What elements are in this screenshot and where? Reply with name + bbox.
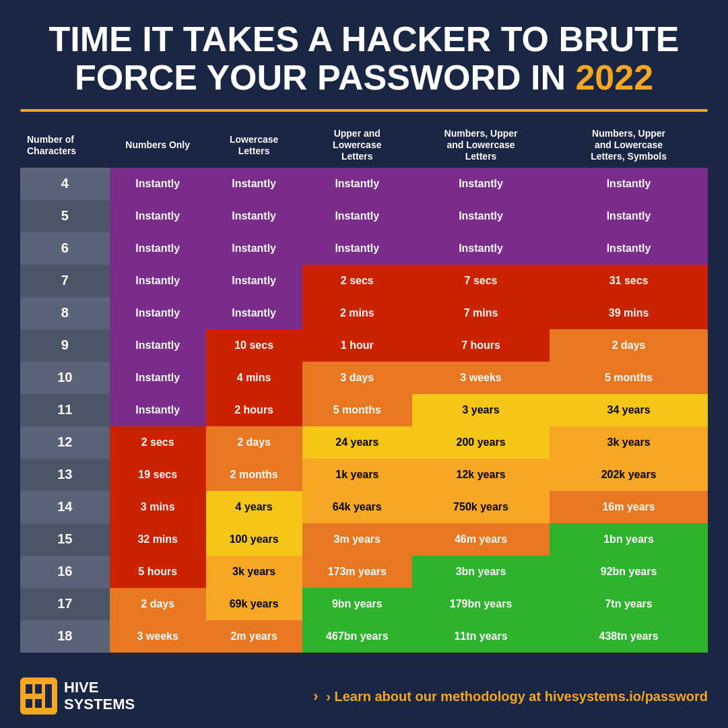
num_upper_lower-cell: Instantly bbox=[412, 168, 550, 200]
num_upper_lower_sym-cell: 5 months bbox=[550, 362, 708, 394]
upper_lower-cell: 24 years bbox=[302, 426, 412, 459]
logo: HIVE SYSTEMS bbox=[20, 677, 135, 715]
numbers-cell: 5 hours bbox=[110, 556, 206, 588]
num_upper_lower_sym-cell: 34 years bbox=[550, 394, 708, 426]
numbers-cell: 2 secs bbox=[110, 426, 206, 459]
num_upper_lower-cell: 3 weeks bbox=[412, 362, 550, 394]
table-row: 10Instantly4 mins3 days3 weeks5 months bbox=[20, 362, 708, 394]
lower-cell: 10 secs bbox=[206, 329, 302, 362]
numbers-cell: Instantly bbox=[110, 362, 206, 394]
num_upper_lower-cell: 7 mins bbox=[412, 297, 550, 329]
title-divider bbox=[20, 109, 708, 112]
lower-cell: Instantly bbox=[206, 297, 302, 329]
chars-cell: 6 bbox=[20, 232, 110, 265]
num_upper_lower-cell: 3bn years bbox=[412, 556, 550, 588]
main-container: TIME IT TAKES A HACKER TO BRUTE FORCE YO… bbox=[0, 0, 728, 728]
num_upper_lower-cell: 12k years bbox=[412, 459, 550, 491]
table-row: 1319 secs2 months1k years12k years202k y… bbox=[20, 459, 708, 491]
page-title: TIME IT TAKES A HACKER TO BRUTE FORCE YO… bbox=[20, 20, 708, 97]
numbers-cell: Instantly bbox=[110, 168, 206, 200]
lower-cell: Instantly bbox=[206, 232, 302, 265]
header-num-upper-lower: Numbers, Upperand LowercaseLetters bbox=[412, 123, 550, 167]
num_upper_lower-cell: 3 years bbox=[412, 394, 550, 426]
table-row: 4InstantlyInstantlyInstantlyInstantlyIns… bbox=[20, 168, 708, 200]
chars-cell: 5 bbox=[20, 200, 110, 232]
upper_lower-cell: 3 days bbox=[302, 362, 412, 394]
numbers-cell: 32 mins bbox=[110, 523, 206, 556]
lower-cell: 100 years bbox=[206, 523, 302, 556]
num_upper_lower-cell: Instantly bbox=[412, 200, 550, 232]
upper_lower-cell: 3m years bbox=[302, 523, 412, 556]
numbers-cell: Instantly bbox=[110, 329, 206, 362]
logo-text: HIVE SYSTEMS bbox=[64, 680, 135, 712]
hive-logo-icon bbox=[20, 677, 57, 715]
lower-cell: Instantly bbox=[206, 200, 302, 232]
table-row: 172 days69k years9bn years179bn years7tn… bbox=[20, 588, 708, 620]
table-row: 165 hours3k years173m years3bn years92bn… bbox=[20, 556, 708, 588]
header-lower: LowercaseLetters bbox=[206, 123, 302, 167]
num_upper_lower_sym-cell: 31 secs bbox=[550, 265, 708, 297]
arrow-icon: › bbox=[313, 688, 318, 704]
num_upper_lower-cell: 7 secs bbox=[412, 265, 550, 297]
lower-cell: 69k years bbox=[206, 588, 302, 620]
chars-cell: 18 bbox=[20, 620, 110, 653]
table-row: 1532 mins100 years3m years46m years1bn y… bbox=[20, 523, 708, 556]
table-row: 7InstantlyInstantly2 secs7 secs31 secs bbox=[20, 265, 708, 297]
upper_lower-cell: Instantly bbox=[302, 200, 412, 232]
chars-cell: 8 bbox=[20, 297, 110, 329]
numbers-cell: 3 weeks bbox=[110, 620, 206, 653]
numbers-cell: 19 secs bbox=[110, 459, 206, 491]
svg-rect-5 bbox=[45, 684, 52, 690]
upper_lower-cell: 9bn years bbox=[302, 588, 412, 620]
numbers-cell: 2 days bbox=[110, 588, 206, 620]
footer: HIVE SYSTEMS › › Learn about our methodo… bbox=[20, 671, 708, 715]
chars-cell: 17 bbox=[20, 588, 110, 620]
numbers-cell: Instantly bbox=[110, 200, 206, 232]
table-row: 143 mins4 years64k years750k years16m ye… bbox=[20, 491, 708, 523]
num_upper_lower_sym-cell: Instantly bbox=[550, 168, 708, 200]
table-row: 9Instantly10 secs1 hour7 hours2 days bbox=[20, 329, 708, 362]
upper_lower-cell: 1 hour bbox=[302, 329, 412, 362]
header-upper-lower: Upper andLowercaseLetters bbox=[302, 123, 412, 167]
upper_lower-cell: 173m years bbox=[302, 556, 412, 588]
lower-cell: 2m years bbox=[206, 620, 302, 653]
lower-cell: Instantly bbox=[206, 265, 302, 297]
numbers-cell: 3 mins bbox=[110, 491, 206, 523]
num_upper_lower_sym-cell: 2 days bbox=[550, 329, 708, 362]
num_upper_lower-cell: Instantly bbox=[412, 232, 550, 265]
num_upper_lower_sym-cell: 92bn years bbox=[550, 556, 708, 588]
numbers-cell: Instantly bbox=[110, 394, 206, 426]
table-row: 11Instantly2 hours5 months3 years34 year… bbox=[20, 394, 708, 426]
lower-cell: Instantly bbox=[206, 168, 302, 200]
chars-cell: 7 bbox=[20, 265, 110, 297]
numbers-cell: Instantly bbox=[110, 265, 206, 297]
num_upper_lower-cell: 11tn years bbox=[412, 620, 550, 653]
num_upper_lower_sym-cell: 202k years bbox=[550, 459, 708, 491]
chars-cell: 4 bbox=[20, 168, 110, 200]
table-row: 122 secs2 days24 years200 years3k years bbox=[20, 426, 708, 459]
chars-cell: 11 bbox=[20, 394, 110, 426]
num_upper_lower_sym-cell: 16m years bbox=[550, 491, 708, 523]
table-row: 183 weeks2m years467bn years11tn years43… bbox=[20, 620, 708, 653]
header-chars: Number ofCharacters bbox=[20, 123, 110, 167]
num_upper_lower-cell: 750k years bbox=[412, 491, 550, 523]
chars-cell: 12 bbox=[20, 426, 110, 459]
upper_lower-cell: 1k years bbox=[302, 459, 412, 491]
chars-cell: 10 bbox=[20, 362, 110, 394]
svg-rect-3 bbox=[26, 694, 42, 699]
num_upper_lower_sym-cell: Instantly bbox=[550, 200, 708, 232]
table-row: 5InstantlyInstantlyInstantlyInstantlyIns… bbox=[20, 200, 708, 232]
upper_lower-cell: 5 months bbox=[302, 394, 412, 426]
numbers-cell: Instantly bbox=[110, 232, 206, 265]
header-num-upper-lower-sym: Numbers, Upperand LowercaseLetters, Symb… bbox=[550, 123, 708, 167]
numbers-cell: Instantly bbox=[110, 297, 206, 329]
upper_lower-cell: Instantly bbox=[302, 232, 412, 265]
num_upper_lower_sym-cell: 1bn years bbox=[550, 523, 708, 556]
num_upper_lower_sym-cell: 438tn years bbox=[550, 620, 708, 653]
num_upper_lower_sym-cell: Instantly bbox=[550, 232, 708, 265]
num_upper_lower-cell: 7 hours bbox=[412, 329, 550, 362]
footer-cta: › › Learn about our methodology at hives… bbox=[313, 688, 708, 705]
num_upper_lower_sym-cell: 3k years bbox=[550, 426, 708, 459]
chars-cell: 13 bbox=[20, 459, 110, 491]
table-row: 6InstantlyInstantlyInstantlyInstantlyIns… bbox=[20, 232, 708, 265]
